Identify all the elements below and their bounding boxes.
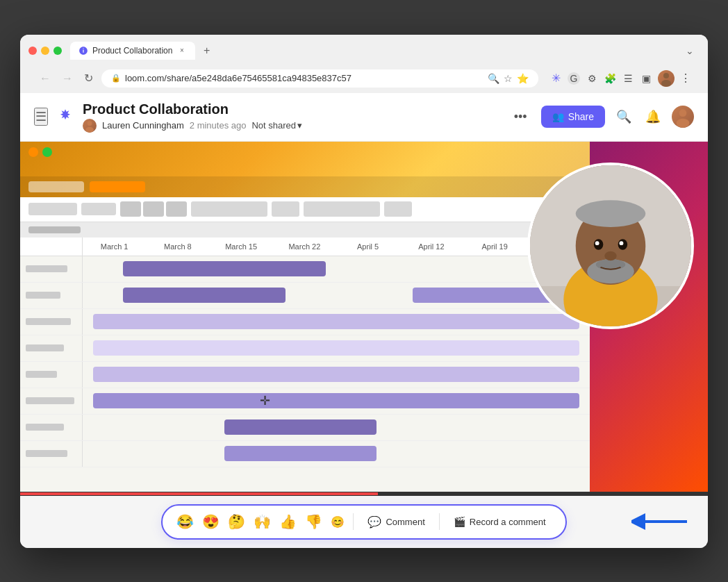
search-icon[interactable]: 🔍 [488,73,499,84]
notification-bell-button[interactable]: 🔔 [643,106,663,127]
maximize-window-button[interactable] [53,47,62,55]
tab-title: Product Collaboration [92,46,172,56]
loom-ext-icon[interactable]: ✳ [549,72,562,85]
record-comment-button[interactable]: 🎬 Record a comment [448,513,552,530]
comment-label: Comment [386,517,424,527]
reaction-bar: 😂 😍 🤔 🙌 👍 👎 😊 💬 Comment 🎬 Record a comme… [161,504,566,540]
new-tab-button[interactable]: + [198,42,215,60]
tab-favicon-icon [78,46,88,56]
star-icon[interactable]: ⭐ [517,73,529,84]
tab-close-button[interactable]: × [177,46,187,56]
comment-button[interactable]: 💬 Comment [362,513,430,531]
video-title: Product Collaboration [83,101,500,117]
hamburger-menu-button[interactable]: ☰ [34,108,48,126]
sharing-status-button[interactable]: Not shared ▾ [251,120,302,131]
gantt-row-3 [20,309,590,335]
date-col-5: April 5 [336,242,399,251]
reading-mode-icon[interactable]: ☰ [622,72,634,85]
sharing-status-text: Not shared [251,120,296,131]
progress-bar-fill [20,492,378,495]
reload-button[interactable]: ↻ [81,70,96,86]
emoji-laughing-button[interactable]: 😂 [176,513,194,530]
ext-icon-2[interactable]: ⚙ [586,72,598,85]
emoji-more-button[interactable]: 😊 [331,515,345,529]
gantt-dot-orange [28,147,38,157]
emoji-thinking-button[interactable]: 🤔 [228,513,245,530]
browser-tabs: Product Collaboration × + ⌄ [70,42,700,60]
user-avatar[interactable] [672,106,694,128]
date-col-2: March 8 [146,242,209,251]
svg-point-1 [661,80,671,87]
svg-point-4 [679,109,687,117]
record-icon: 🎬 [454,516,465,527]
video-meta: Lauren Cunningham 2 minutes ago Not shar… [83,119,500,133]
sharing-chevron-icon: ▾ [297,120,302,131]
author-name: Lauren Cunningham [102,120,184,131]
gantt-row-4 [20,335,590,362]
emoji-heart-eyes-button[interactable]: 😍 [202,513,220,530]
svg-point-18 [620,241,624,245]
svg-point-19 [604,251,616,260]
divider-2 [439,513,440,530]
arrow-svg [631,506,694,537]
date-col-1: March 1 [83,242,146,251]
gantt-dot-green [42,147,52,157]
comment-icon: 💬 [367,515,381,529]
divider-1 [353,513,354,530]
gantt-row-8 [20,441,590,467]
emoji-thumbsup-button[interactable]: 👍 [279,513,297,530]
address-bar[interactable]: 🔒 loom.com/share/a5e248da6e75465581ca948… [101,69,538,88]
active-tab[interactable]: Product Collaboration × [70,42,195,60]
ext-icon-1[interactable]: G [568,72,580,85]
split-view-icon[interactable]: ▣ [640,72,652,85]
ext-icon-3[interactable]: 🧩 [604,72,616,85]
date-col-6: April 12 [399,242,463,251]
loom-title-section: Product Collaboration Lauren Cunningham … [83,101,500,133]
video-player[interactable]: March 1 March 8 March 15 March 22 April … [20,142,708,496]
emoji-thumbsdown-button[interactable]: 👎 [305,513,322,530]
emoji-raising-hands-button[interactable]: 🙌 [254,513,271,530]
loom-app-header: ☰ Product Collaboration Lauren Cunningha… [20,93,708,142]
svg-point-5 [677,119,690,128]
browser-chrome: Product Collaboration × + ⌄ ← → ↻ 🔒 loom… [20,35,708,93]
record-label: Record a comment [470,517,546,527]
browser-extensions: ✳ G ⚙ 🧩 ☰ ▣ ⋮ [549,70,691,87]
date-col-3: March 15 [210,242,273,251]
tab-menu-button[interactable]: ⌄ [680,42,700,59]
bookmark-icon[interactable]: ☆ [504,73,513,84]
author-avatar [83,119,97,133]
gantt-row-1 [20,256,590,283]
gantt-row-5 [20,362,590,388]
more-options-button[interactable]: ••• [508,107,533,127]
minimize-window-button[interactable] [41,47,49,55]
gantt-row-2 [20,283,590,309]
browser-profile-avatar[interactable] [658,70,675,87]
svg-point-14 [596,259,626,269]
gantt-screen-content: March 1 March 8 March 15 March 22 April … [20,142,590,496]
svg-point-17 [595,241,599,245]
browser-menu-button[interactable]: ⋮ [680,72,691,85]
forward-button[interactable]: → [59,71,76,86]
address-bar-actions: 🔍 ☆ ⭐ [488,73,529,84]
browser-titlebar: Product Collaboration × + ⌄ [28,42,700,60]
bottom-toolbar: 😂 😍 🤔 🙌 👍 👎 😊 💬 Comment 🎬 Record a comme… [20,496,708,548]
webcam-person [530,165,691,326]
header-actions: ••• 👥 Share 🔍 🔔 [508,106,694,128]
timestamp: 2 minutes ago [190,120,247,131]
browser-window: Product Collaboration × + ⌄ ← → ↻ 🔒 loom… [20,35,708,548]
close-window-button[interactable] [28,47,37,55]
date-col-7: April 19 [463,242,527,251]
crosshair-cursor: ✛ [260,393,270,408]
arrow-annotation [631,506,694,537]
share-button[interactable]: 👥 Share [541,106,605,128]
share-icon: 👥 [552,111,564,122]
svg-point-0 [663,73,669,78]
svg-point-12 [576,200,646,227]
back-button[interactable]: ← [37,71,53,86]
search-button[interactable]: 🔍 [613,106,634,127]
loom-logo-icon [56,108,74,126]
traffic-lights [28,47,62,55]
gantt-row-6: ✛ [20,388,590,415]
url-text: loom.com/share/a5e248da6e75465581ca94835… [125,73,483,83]
browser-addressbar: ← → ↻ 🔒 loom.com/share/a5e248da6e7546558… [28,65,700,93]
